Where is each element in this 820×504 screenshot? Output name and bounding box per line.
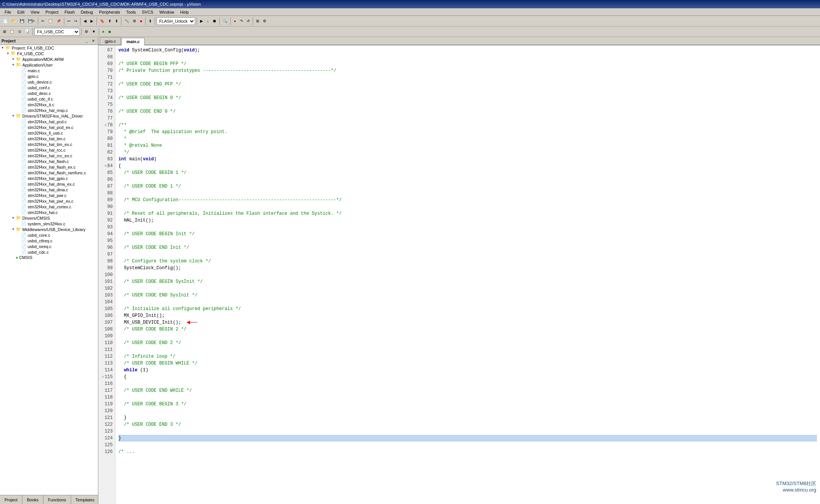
sidebar-item-stm32-pcd[interactable]: 📄stm32f4xx_hal_pcd.c bbox=[0, 119, 98, 124]
sidebar-item-stm32-rcc[interactable]: 📄stm32f4xx_hal_rcc.c bbox=[0, 147, 98, 153]
sidebar-item-stm32-hal[interactable]: 📄stm32f4xx_hal.c bbox=[0, 209, 98, 215]
tb2-green2-btn[interactable]: ◆ bbox=[107, 28, 113, 36]
tb2-btn4[interactable]: 📊 bbox=[23, 28, 31, 36]
undo-btn[interactable]: ↩ bbox=[66, 17, 72, 25]
sidebar-item-stm32-cortex[interactable]: 📄stm32f4xx_hal_cortex.c bbox=[0, 204, 98, 209]
sidebar-item-gpio-c[interactable]: 📄gpio.c bbox=[0, 73, 98, 79]
new-file-btn[interactable]: 📄 bbox=[2, 17, 9, 25]
download-btn[interactable]: ⬇ bbox=[147, 17, 153, 25]
redo-btn[interactable]: ↪ bbox=[73, 17, 79, 25]
next-bookmark-btn[interactable]: ⬇ bbox=[113, 17, 120, 25]
sidebar-item-stm32-rcc-ex[interactable]: 📄stm32f4xx_hal_rcc_ex.c bbox=[0, 153, 98, 158]
sidebar-item-usbd-ctlreq[interactable]: 📄usbd_ctlreq.c bbox=[0, 238, 98, 243]
sidebar-item-usbd-desc[interactable]: 📄usbd_desc.c bbox=[0, 90, 98, 96]
sidebar-item-app-user[interactable]: ▼📁Application/User bbox=[0, 62, 98, 68]
expand-icon[interactable]: ▼ bbox=[11, 216, 15, 220]
sidebar-item-middlewares-usb[interactable]: ▼📁Middlewares/USB_Device_Library bbox=[0, 226, 98, 232]
sidebar-item-stm32-gpio[interactable]: 📄stm32f4xx_hal_gpio.c bbox=[0, 175, 98, 181]
sidebar-item-stm32-pcd-ex[interactable]: 📄stm32f4xx_hal_pcd_ex.c bbox=[0, 124, 98, 130]
expand-icon[interactable]: ▼ bbox=[11, 57, 15, 61]
run-btn[interactable]: ● bbox=[232, 17, 238, 25]
sidebar-item-usb-device[interactable]: 📄usb_device.c bbox=[0, 79, 98, 85]
menu-edit[interactable]: Edit bbox=[14, 9, 28, 15]
expand-icon[interactable]: ▼ bbox=[6, 52, 10, 55]
tb2-manage-btn[interactable]: ⚙ bbox=[83, 28, 90, 36]
tab-functions[interactable]: Functions bbox=[43, 495, 71, 504]
sidebar-item-stm32-tim-ex[interactable]: 📄stm32f4xx_hal_tim_ex.c bbox=[0, 141, 98, 147]
flash-unlock-select[interactable]: FLASH_Unlock bbox=[157, 17, 195, 25]
menu-help[interactable]: Help bbox=[177, 9, 192, 15]
sidebar-item-stm32-tim[interactable]: 📄stm32f4xx_hal_tim.c bbox=[0, 136, 98, 141]
sidebar-item-stm32-flash[interactable]: 📄stm32f4xx_hal_flash.c bbox=[0, 158, 98, 164]
rebuild-btn[interactable]: ⚙ bbox=[131, 17, 138, 25]
sidebar-item-stm32-ll-usb[interactable]: 📄stm32f4xx_ll_usb.c bbox=[0, 130, 98, 136]
sidebar-item-usbd-cdc[interactable]: 📄usbd_cdc.c bbox=[0, 249, 98, 255]
zoom-btn[interactable]: 🔍 bbox=[221, 17, 229, 25]
menu-flash[interactable]: Flash bbox=[62, 9, 78, 15]
tb2-btn1[interactable]: ⊞ bbox=[2, 28, 8, 36]
sidebar-minimize-btn[interactable]: _ bbox=[84, 38, 90, 44]
project-target-select[interactable]: F4_USB_CDC bbox=[34, 28, 80, 36]
open-btn[interactable]: 📂 bbox=[10, 17, 17, 25]
menu-peripherals[interactable]: Peripherals bbox=[96, 9, 123, 15]
sidebar-item-stm32f4xx-itc[interactable]: 📄stm32f4xx_it.c bbox=[0, 102, 98, 107]
sidebar-item-usbd-cdc-ifc[interactable]: 📄usbd_cdc_if.c bbox=[0, 96, 98, 102]
tab-gpio[interactable]: gpio.c bbox=[100, 37, 121, 45]
sidebar-item-stm32-flash-ex[interactable]: 📄stm32f4xx_hal_flash_ex.c bbox=[0, 164, 98, 170]
expand-icon[interactable]: ▼ bbox=[1, 46, 5, 50]
config-btn[interactable]: ⚙ bbox=[261, 17, 268, 25]
code-content[interactable]: void SystemClock_Config(void);/* USER CO… bbox=[115, 45, 820, 504]
prev-bookmark-btn[interactable]: ⬆ bbox=[107, 17, 113, 25]
sidebar-item-drivers-stm32[interactable]: ▼📁Drivers/STM32F4xx_HAL_Driver bbox=[0, 113, 98, 119]
reset-btn[interactable]: ↺ bbox=[245, 17, 251, 25]
sidebar-item-drivers-cmsis[interactable]: ▼📁Drivers/CMSIS bbox=[0, 215, 98, 221]
debug-start-btn[interactable]: ▶ bbox=[199, 17, 205, 25]
menu-window[interactable]: Window bbox=[156, 9, 177, 15]
nav-fwd-btn[interactable]: ▶ bbox=[89, 17, 95, 25]
sidebar-item-stm32-dma[interactable]: 📄stm32f4xx_hal_dma.c bbox=[0, 187, 98, 192]
menu-tools[interactable]: Tools bbox=[123, 9, 139, 15]
sidebar-item-stm32-pwr[interactable]: 📄stm32f4xx_hal_pwr.c bbox=[0, 192, 98, 198]
sidebar-item-f4-root[interactable]: ▼📁F4_USB_CDC bbox=[0, 51, 98, 56]
tab-templates[interactable]: Templates bbox=[71, 495, 98, 504]
save-all-btn[interactable]: 💾+ bbox=[26, 17, 36, 25]
menu-project[interactable]: Project bbox=[42, 9, 61, 15]
sidebar-item-usbd-core[interactable]: 📄usbd_core.c bbox=[0, 232, 98, 238]
tab-project[interactable]: Project bbox=[0, 495, 22, 504]
sidebar-item-stm32-flash-ram[interactable]: 📄stm32f4xx_hal_flash_ramfunc.c bbox=[0, 170, 98, 175]
sidebar-item-stm32f4xx-hal-msp[interactable]: 📄stm32f4xx_hal_msp.c bbox=[0, 107, 98, 113]
sidebar-item-usbd-ioreq[interactable]: 📄usbd_ioreq.c bbox=[0, 243, 98, 249]
cut-btn[interactable]: ✂ bbox=[40, 17, 46, 25]
paste-btn[interactable]: 📌 bbox=[55, 17, 62, 25]
expand-icon[interactable]: ▼ bbox=[11, 63, 15, 67]
tab-books[interactable]: Books bbox=[22, 495, 43, 504]
debug-stop-btn[interactable]: ⏹ bbox=[211, 17, 218, 25]
build-btn[interactable]: 🔨 bbox=[123, 17, 130, 25]
expand-icon[interactable]: ▼ bbox=[11, 114, 15, 118]
window-select-btn[interactable]: ⊞ bbox=[255, 17, 261, 25]
tb2-select-btn[interactable]: ▼ bbox=[90, 28, 97, 36]
expand-icon[interactable]: ▼ bbox=[11, 228, 15, 231]
sidebar-item-usbd-conf[interactable]: 📄usbd_conf.c bbox=[0, 85, 98, 90]
tb2-btn3[interactable]: ⊙ bbox=[17, 28, 23, 36]
sidebar-item-main-c[interactable]: 📄main.c bbox=[0, 68, 98, 73]
sidebar-item-app-mdkarm[interactable]: ▼📁Application/MDK-ARM bbox=[0, 56, 98, 62]
tab-main[interactable]: main.c bbox=[121, 38, 144, 45]
sidebar-item-stm32-pwr-ex[interactable]: 📄stm32f4xx_hal_pwr_ex.c bbox=[0, 198, 98, 204]
sidebar-item-project-root[interactable]: ▼📁Project: F4_USB_CDC bbox=[0, 45, 98, 51]
sidebar-close-btn[interactable]: ✕ bbox=[90, 38, 96, 44]
sidebar-item-stm32-dma-ex[interactable]: 📄stm32f4xx_hal_dma_ex.c bbox=[0, 181, 98, 187]
bookmark-btn[interactable]: 🔖 bbox=[98, 17, 106, 25]
tb2-btn2[interactable]: 📋 bbox=[8, 28, 16, 36]
sidebar-item-cmsis[interactable]: ♦CMSIS bbox=[0, 255, 98, 260]
tb2-green1-btn[interactable]: ● bbox=[101, 28, 106, 36]
debug-step-btn[interactable]: ↓ bbox=[205, 17, 210, 25]
sidebar-item-system-stm32[interactable]: 📄system_stm32f4xx.c bbox=[0, 221, 98, 226]
step-over-btn[interactable]: ↷ bbox=[238, 17, 244, 25]
stop-btn[interactable]: ■ bbox=[138, 17, 144, 25]
save-btn[interactable]: 💾 bbox=[18, 17, 26, 25]
menu-debug[interactable]: Debug bbox=[78, 9, 96, 15]
menu-view[interactable]: View bbox=[28, 9, 43, 15]
menu-svcs[interactable]: SVCS bbox=[139, 9, 156, 15]
menu-file[interactable]: File bbox=[2, 9, 14, 15]
